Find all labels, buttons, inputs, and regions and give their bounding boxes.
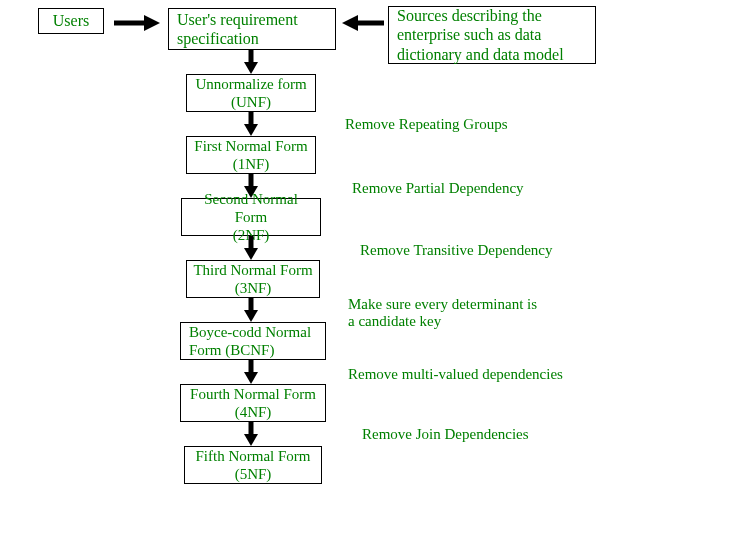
nf2-box: Second Normal Form (2NF) <box>181 198 321 236</box>
unf-box: Unnormalize form (UNF) <box>186 74 316 112</box>
arrow-unf-1nf <box>243 112 259 136</box>
bcnf-line2: Form (BCNF) <box>189 341 274 359</box>
nf4-line1: Fourth Normal Form <box>190 385 316 403</box>
nf4-line2: (4NF) <box>235 403 272 421</box>
nf5-box: Fifth Normal Form (5NF) <box>184 446 322 484</box>
nf1-line1: First Normal Form <box>194 137 307 155</box>
nf5-line1: Fifth Normal Form <box>196 447 311 465</box>
unf-line2: (UNF) <box>231 93 271 111</box>
nf1-line2: (1NF) <box>233 155 270 173</box>
unf-line1: Unnormalize form <box>195 75 306 93</box>
svg-marker-13 <box>244 310 258 322</box>
requirement-box: User's requirement specification <box>168 8 336 50</box>
requirement-label: User's requirement specification <box>177 10 327 48</box>
users-box: Users <box>38 8 104 34</box>
action-determinant-key: Make sure every determinant is a candida… <box>348 296 578 330</box>
a4-line2: a candidate key <box>348 313 441 329</box>
arrow-3nf-bcnf <box>243 298 259 322</box>
arrow-2nf-3nf <box>243 236 259 260</box>
nf2-line1: Second Normal Form <box>188 190 314 226</box>
arrow-req-unf <box>243 50 259 74</box>
action-remove-multivalued: Remove multi-valued dependencies <box>348 366 563 383</box>
svg-marker-17 <box>244 434 258 446</box>
svg-marker-11 <box>244 248 258 260</box>
bcnf-box: Boyce-codd Normal Form (BCNF) <box>180 322 326 360</box>
nf3-line1: Third Normal Form <box>193 261 312 279</box>
action-remove-transitive: Remove Transitive Dependency <box>360 242 552 259</box>
arrow-sources-to-req <box>342 14 384 36</box>
sources-box: Sources describing the enterprise such a… <box>388 6 596 64</box>
arrow-users-to-req <box>114 14 160 36</box>
svg-marker-7 <box>244 124 258 136</box>
nf5-line2: (5NF) <box>235 465 272 483</box>
users-label: Users <box>53 11 89 30</box>
bcnf-line1: Boyce-codd Normal <box>189 323 311 341</box>
nf3-line2: (3NF) <box>235 279 272 297</box>
nf3-box: Third Normal Form (3NF) <box>186 260 320 298</box>
nf1-box: First Normal Form (1NF) <box>186 136 316 174</box>
svg-marker-15 <box>244 372 258 384</box>
sources-label: Sources describing the enterprise such a… <box>397 6 587 64</box>
a4-line1: Make sure every determinant is <box>348 296 537 312</box>
svg-marker-1 <box>144 15 160 31</box>
action-remove-repeating: Remove Repeating Groups <box>345 116 507 133</box>
nf4-box: Fourth Normal Form (4NF) <box>180 384 326 422</box>
action-remove-partial: Remove Partial Dependency <box>352 180 524 197</box>
arrow-bcnf-4nf <box>243 360 259 384</box>
svg-marker-5 <box>244 62 258 74</box>
action-remove-join: Remove Join Dependencies <box>362 426 529 443</box>
arrow-4nf-5nf <box>243 422 259 446</box>
